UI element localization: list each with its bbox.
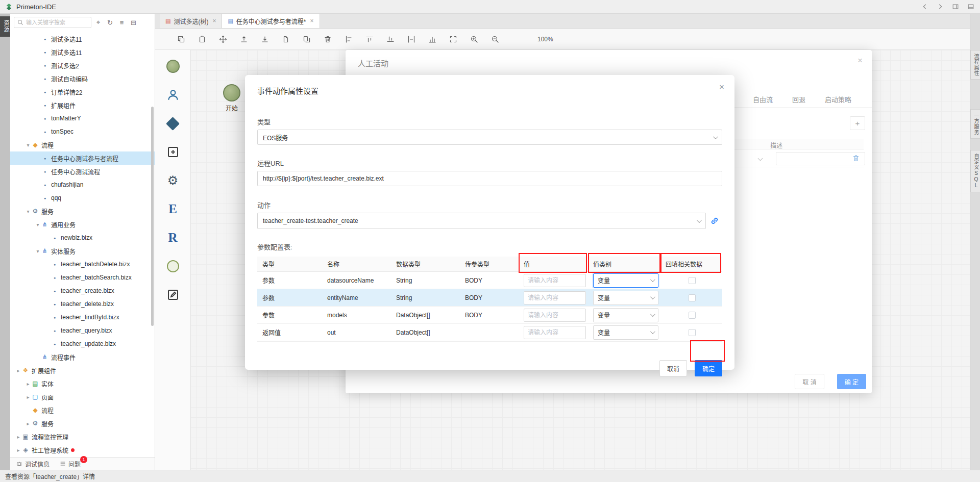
tree-item[interactable]: ●teacher_delete.bizx xyxy=(10,297,155,311)
download-icon[interactable] xyxy=(261,35,269,43)
close-icon[interactable]: × xyxy=(857,56,863,66)
palette-subprocess[interactable] xyxy=(165,144,181,160)
tree-item[interactable]: ●newbiz.bizx xyxy=(10,231,155,244)
param-value-input[interactable] xyxy=(524,291,586,305)
locate-icon[interactable]: ⌖ xyxy=(94,18,102,27)
caret-right-icon[interactable]: ▸ xyxy=(15,447,21,453)
tree-item[interactable]: ●teacher_batchSearch.bizx xyxy=(10,271,155,284)
palette-annotation[interactable] xyxy=(165,287,181,303)
toggle-right-panel-icon[interactable] xyxy=(951,3,960,11)
pan-icon[interactable] xyxy=(219,35,227,43)
tree-item[interactable]: ▾◆流程 xyxy=(10,138,155,151)
nav-back-icon[interactable] xyxy=(921,3,929,11)
editor-tab[interactable]: ▤测试多选(树)× xyxy=(160,14,222,28)
confirm-button[interactable]: 确定 xyxy=(695,360,722,376)
caret-right-icon[interactable]: ▸ xyxy=(25,394,31,400)
close-tab-icon[interactable]: × xyxy=(310,17,314,24)
fit-screen-icon[interactable] xyxy=(449,35,457,43)
tree-item[interactable]: ▸◈社工管理系统 xyxy=(10,443,155,456)
tree-item[interactable]: ●teacher_update.bizx xyxy=(10,337,155,350)
copy-icon[interactable] xyxy=(177,35,185,43)
value-class-select[interactable]: 变量 xyxy=(593,325,658,340)
search-input[interactable] xyxy=(26,19,82,26)
activity-tab[interactable]: 启动策略 xyxy=(825,94,851,104)
link-icon[interactable] xyxy=(710,216,722,225)
cancel-button[interactable]: 取 消 xyxy=(795,374,824,389)
debug-info-button[interactable]: 调试信息 xyxy=(16,460,50,468)
add-row-button[interactable]: + xyxy=(850,116,865,130)
caret-down-icon[interactable]: ▾ xyxy=(25,142,31,148)
tree-item[interactable]: ▾⋔实体服务 xyxy=(10,244,155,258)
value-class-select[interactable]: 变量 xyxy=(593,308,658,322)
tree-item[interactable]: ●测试自动编码 xyxy=(10,72,155,85)
backfill-checkbox[interactable] xyxy=(689,277,696,284)
delete-icon[interactable] xyxy=(324,35,332,43)
desc-input[interactable] xyxy=(776,152,865,165)
tree-item[interactable]: ▸▢页面 xyxy=(10,390,155,403)
param-table-row[interactable]: 参数modelsDataObject[]BODY变量 xyxy=(257,307,722,324)
zoom-in-icon[interactable] xyxy=(470,35,478,43)
type-select[interactable]: EOS服务 xyxy=(257,130,722,145)
tree-item[interactable]: ●teacher_create.bizx xyxy=(10,284,155,297)
tree-item[interactable]: ●teacher_query.bizx xyxy=(10,324,155,337)
tree-item[interactable]: ●chufashijian xyxy=(10,178,155,191)
backfill-checkbox[interactable] xyxy=(689,294,696,301)
collapse-icon[interactable]: ⊟ xyxy=(130,19,137,27)
menu-icon[interactable]: ≡ xyxy=(118,19,126,27)
caret-right-icon[interactable]: ▸ xyxy=(25,421,31,426)
caret-right-icon[interactable]: ▸ xyxy=(15,434,21,440)
chevron-down-icon[interactable] xyxy=(758,156,763,161)
caret-down-icon[interactable]: ▾ xyxy=(35,248,41,254)
tree-item[interactable]: ●测试多选2 xyxy=(10,59,155,72)
tree-item[interactable]: ▸▣流程监控管理 xyxy=(10,430,155,443)
tree-item[interactable]: ●任务中心测试参与者流程 xyxy=(10,151,155,165)
tree-item[interactable]: ●订单详情22 xyxy=(10,85,155,98)
palette-gateway[interactable] xyxy=(165,115,181,132)
tree-item[interactable]: ●teacher_batchDelete.bizx xyxy=(10,258,155,271)
tree-item[interactable]: ●teacher_findById.bizx xyxy=(10,311,155,324)
problems-button[interactable]: 问题 1 xyxy=(60,460,81,468)
tree-item[interactable]: ●tonSpec xyxy=(10,125,155,138)
caret-right-icon[interactable]: ▸ xyxy=(25,381,31,387)
paste-icon[interactable] xyxy=(198,35,206,43)
value-class-select[interactable]: 变量 xyxy=(593,291,658,305)
tree-item[interactable]: ●任务中心测试流程 xyxy=(10,165,155,178)
toggle-bottom-panel-icon[interactable] xyxy=(967,3,975,11)
tree-item[interactable]: ▸▤实体 xyxy=(10,377,155,390)
tree-item[interactable]: ▸❖扩展组件 xyxy=(10,364,155,377)
start-node[interactable]: 开始 xyxy=(223,84,240,112)
right-panel-tab[interactable]: 流程属性 xyxy=(970,50,980,80)
tree-item[interactable]: ●测试多选11 xyxy=(10,32,155,45)
align-left-icon[interactable] xyxy=(345,35,353,43)
caret-right-icon[interactable]: ▸ xyxy=(15,368,21,373)
tree-item[interactable]: ▾⚙服务 xyxy=(10,205,155,218)
distribute-icon[interactable] xyxy=(407,35,415,43)
tree-item[interactable]: ⋔流程事件 xyxy=(10,350,155,364)
refresh-icon[interactable]: ↻ xyxy=(106,19,114,27)
backfill-checkbox[interactable] xyxy=(689,329,696,336)
align-bottom-icon[interactable] xyxy=(386,35,395,43)
palette-end-event[interactable] xyxy=(165,258,181,274)
param-table-row[interactable]: 参数datasourceNameStringBODY变量 xyxy=(257,272,722,289)
tree-item[interactable]: ●qqq xyxy=(10,191,155,205)
sidebar-scrollbar[interactable] xyxy=(151,107,154,326)
param-value-input[interactable] xyxy=(524,274,586,287)
right-panel-tab[interactable]: 一方服务 xyxy=(970,109,980,139)
palette-r-component[interactable]: R xyxy=(165,230,181,246)
palette-e-component[interactable]: E xyxy=(165,201,181,217)
cancel-button[interactable]: 取消 xyxy=(659,360,687,376)
delete-row-icon[interactable] xyxy=(852,155,860,163)
backfill-checkbox[interactable] xyxy=(689,312,696,319)
caret-down-icon[interactable]: ▾ xyxy=(35,222,41,227)
palette-user-task[interactable] xyxy=(165,87,181,103)
value-class-select[interactable]: 变量 xyxy=(593,273,658,288)
tree-item[interactable]: ▸⚙服务 xyxy=(10,417,155,430)
activity-tab[interactable]: 自由流 xyxy=(753,94,773,104)
start-event-circle[interactable] xyxy=(223,84,240,102)
tree-item[interactable]: ◆流程 xyxy=(10,403,155,417)
zoom-out-icon[interactable] xyxy=(491,35,499,43)
param-value-input[interactable] xyxy=(524,326,586,339)
resources-vertical-tab[interactable]: 资源 xyxy=(0,16,10,37)
nav-forward-icon[interactable] xyxy=(936,3,944,11)
upload-icon[interactable] xyxy=(240,35,248,43)
